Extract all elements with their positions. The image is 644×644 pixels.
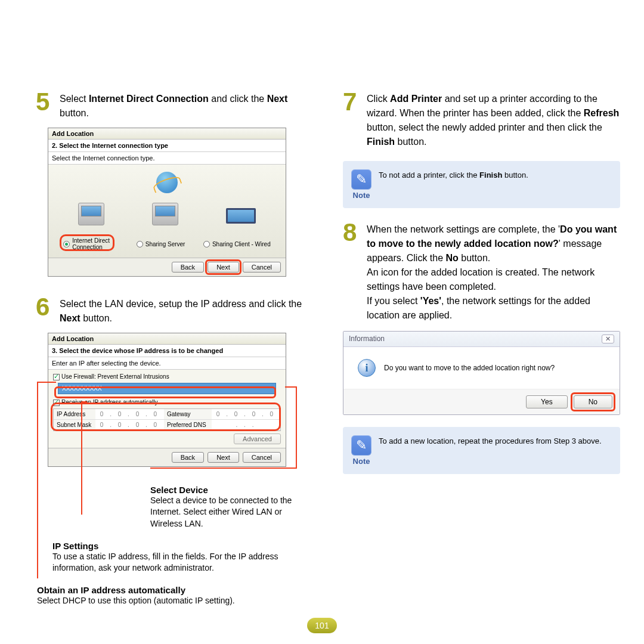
dialog-desc: Select the Internet connection type.	[48, 152, 286, 165]
subnet-field[interactable]: 0 . 0 . 0 . 0	[95, 420, 164, 431]
next-button[interactable]: Next	[208, 262, 239, 273]
sharing-server-radio[interactable]: Sharing Server	[137, 237, 185, 250]
sharing-client-radio[interactable]: Sharing Client - Wired	[203, 237, 271, 250]
ip-settings-text: To use a static IP address, fill in the …	[52, 551, 313, 574]
information-dialog: Information ✕ i Do you want to move to t…	[343, 331, 620, 415]
dialog-subtitle: 2. Select the Internet connection type	[48, 140, 286, 152]
step-number: 6	[36, 295, 55, 320]
step-text: Select the LAN device, setup the IP addr…	[60, 295, 313, 326]
ip-settings-head: IP Settings	[52, 541, 313, 551]
step-text: Click Add Printer and set up a printer a…	[367, 89, 620, 149]
gateway-field[interactable]: 0 . 0 . 0 . 0	[212, 409, 280, 420]
note-label: Note	[351, 457, 371, 466]
no-button[interactable]: No	[574, 395, 612, 408]
pencil-icon: ✎	[351, 169, 371, 190]
desktop-icon	[78, 203, 104, 225]
step-7: 7 Click Add Printer and set up a printer…	[343, 89, 620, 149]
pencil-icon: ✎	[351, 435, 371, 456]
add-location-dialog-2: Add Location 3. Select the device whose …	[48, 333, 286, 467]
step-number: 5	[36, 89, 55, 114]
ip-table: IP Address0 . 0 . 0 . 0 Gateway0 . 0 . 0…	[53, 408, 281, 431]
cancel-button[interactable]: Cancel	[243, 452, 281, 463]
note-box-1: ✎ Note To not add a printer, click the F…	[343, 161, 620, 208]
step-text: When the network settings are complete, …	[367, 220, 620, 323]
step-number: 8	[343, 220, 362, 245]
dialog-title: Add Location	[48, 333, 286, 345]
obtain-ip-head: Obtain an IP address automatically	[37, 585, 313, 595]
page-number: 101	[307, 618, 337, 633]
note-label: Note	[351, 191, 371, 200]
cancel-button[interactable]: Cancel	[243, 262, 281, 273]
step-number: 7	[343, 89, 362, 114]
ie-icon	[156, 172, 178, 193]
select-device-text: Select a device to be connected to the I…	[150, 495, 313, 530]
back-button[interactable]: Back	[172, 452, 204, 463]
left-column: 5 Select Internet Direct Connection and …	[36, 89, 313, 617]
note-box-2: ✎ Note To add a new location, repeat the…	[343, 427, 620, 474]
select-device-head: Select Device	[150, 485, 313, 495]
obtain-ip-text: Select DHCP to use this option (automati…	[37, 595, 313, 607]
step-8: 8 When the network settings are complete…	[343, 220, 620, 323]
back-button[interactable]: Back	[172, 262, 204, 273]
auto-ip-checkbox[interactable]	[53, 400, 60, 406]
internet-direct-radio[interactable]: Internet Direct Connection	[63, 237, 118, 250]
info-icon: i	[358, 359, 376, 377]
step-6: 6 Select the LAN device, setup the IP ad…	[36, 295, 313, 326]
device-select[interactable]: XXXXXXXXXX	[58, 383, 276, 394]
yes-button[interactable]: Yes	[526, 395, 568, 408]
dialog-title: Add Location	[48, 128, 286, 140]
close-icon[interactable]: ✕	[602, 335, 614, 343]
add-location-dialog-1: Add Location 2. Select the Internet conn…	[48, 128, 286, 277]
dialog-desc: Enter an IP after selecting the device.	[48, 357, 286, 370]
note-text: To add a new location, repeat the proced…	[379, 435, 602, 447]
advanced-button[interactable]: Advanced	[234, 434, 281, 444]
next-button[interactable]: Next	[208, 452, 239, 463]
step-5: 5 Select Internet Direct Connection and …	[36, 89, 313, 120]
step-text: Select Internet Direct Connection and cl…	[60, 89, 313, 120]
dns-field[interactable]: . . .	[212, 420, 280, 431]
firewall-checkbox[interactable]	[53, 374, 60, 380]
laptop-icon	[226, 208, 256, 224]
ip-address-field[interactable]: 0 . 0 . 0 . 0	[95, 409, 164, 420]
dialog-message: Do you want to move to the added locatio…	[384, 364, 555, 372]
right-column: 7 Click Add Printer and set up a printer…	[343, 89, 620, 617]
dialog-subtitle: 3. Select the device whose IP address is…	[48, 345, 286, 357]
server-icon	[152, 203, 178, 225]
note-text: To not add a printer, click the Finish b…	[379, 169, 528, 181]
dialog-title: Information	[349, 335, 385, 343]
